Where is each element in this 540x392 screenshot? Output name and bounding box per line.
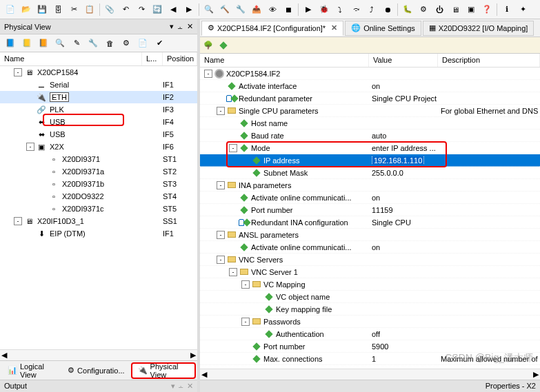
prop-value[interactable]: auto [369,132,438,140]
tool-4[interactable]: 🔍 [52,36,68,51]
tree-row-x20di9371b[interactable]: ▫X20DI9371bST3 [0,178,197,190]
help-button[interactable]: ❓ [479,2,494,17]
expand-icon[interactable]: - [217,181,225,189]
tool-5[interactable]: ✎ [69,36,84,51]
prop-value[interactable]: 11159 [369,206,438,214]
editor-tab[interactable]: 🌐Online Settings [345,21,421,36]
prop-row-port-number[interactable]: Port number5900 [200,340,540,353]
redo-button[interactable]: ↷ [134,2,149,17]
prop-row-authentication[interactable]: Authenticationoff [200,328,540,340]
prop-value[interactable]: on [369,243,438,251]
expand-icon[interactable]: - [241,318,250,326]
tree-row-x20di9371[interactable]: ▫X20DI9371ST1 [0,153,197,165]
monitor-button[interactable]: 👁 [265,2,280,17]
paste-button[interactable]: 📎 [102,2,117,17]
tree-row-serial[interactable]: ⚊SerialIF1 [0,79,197,91]
tree-row-x20cp1584[interactable]: -🖥X20CP1584 [0,66,197,79]
prop-value[interactable]: 1 [369,355,438,363]
tree-row-x20di9371c[interactable]: ▫X20DI9371cST5 [0,203,197,215]
tree-row-x20do9322[interactable]: ▫X20DO9322ST4 [0,190,197,203]
prop-row-ip-address[interactable]: IP address192.168.1.110 [200,154,540,167]
expand-icon[interactable]: - [204,70,212,78]
tool-6[interactable]: 🔧 [86,36,101,51]
tree-row-x2x[interactable]: -▣X2XIF6 [0,141,197,153]
step-over-button[interactable]: ⤼ [348,2,363,17]
prop-value[interactable]: on [369,194,438,202]
dropdown-icon[interactable]: ▾ [170,22,174,31]
expand-icon[interactable]: - [217,107,225,115]
close-icon[interactable]: ✕ [187,22,193,31]
nav-fwd-button[interactable]: ▶ [181,2,197,17]
tool-2[interactable]: 📒 [19,36,34,51]
prop-row-activate-online-communicati---[interactable]: Activate online communicati...on [200,192,540,204]
header-value[interactable]: Value [369,54,438,67]
prop-row-ina-parameters[interactable]: -INA parameters [200,179,540,192]
prop-row-port-number[interactable]: Port number11159 [200,204,540,216]
cpu-button[interactable]: 🖥 [448,2,463,17]
scroll-bar[interactable]: ◀▶ [0,349,197,360]
prop-row-ansl-parameters[interactable]: -ANSL parameters [200,229,540,241]
tool-7[interactable]: 🗑 [102,36,117,51]
tool-3[interactable]: 📙 [36,36,51,51]
build-button[interactable]: 🔨 [217,2,232,17]
expand-icon[interactable]: - [14,217,22,225]
tree-row-usb[interactable]: ⬌USBIF4 [0,116,197,128]
pin-icon[interactable]: ⫠ [177,23,184,31]
prop-row-baud-rate[interactable]: Baud rateauto [200,130,540,142]
tree-row-x20if10d3-1[interactable]: -🖥X20IF10D3_1SS1 [0,215,197,227]
prop-row-vnc-server-1[interactable]: -VNC Server 1 [200,266,540,278]
prop-row-activate-interface[interactable]: Activate interfaceon [200,80,540,92]
prop-value[interactable]: on [369,82,438,90]
tool-8[interactable]: ⚙ [119,36,134,51]
prop-row-redundant-ina-configuration[interactable]: Redundant INA configurationSingle CPU [200,216,540,229]
prop-row-passwords[interactable]: -Passwords [200,316,540,328]
step-in-button[interactable]: ⤵ [332,2,348,17]
expand-icon[interactable]: - [14,68,22,76]
tool-9[interactable]: 📄 [135,36,150,51]
undo-button[interactable]: ↶ [118,2,133,17]
prop-row-subnet-mask[interactable]: Subnet Mask255.0.0.0 [200,167,540,179]
expand-icon[interactable]: - [229,268,237,276]
prop-row-activate-online-communicati---[interactable]: Activate online communicati...on [200,241,540,254]
prop-row-x20cp1584-if2[interactable]: -X20CP1584.IF2 [200,68,540,80]
header-name[interactable]: Name [200,54,369,67]
tree-icon[interactable]: 🌳 [203,41,214,50]
prop-row-vnc-servers[interactable]: -VNC Servers [200,254,540,266]
bug-button[interactable]: 🐛 [400,2,415,17]
editor-tab[interactable]: ▦X20DO9322 [I/O Mapping] [423,21,534,36]
tab-configuratio---[interactable]: ⚙Configuratio... [61,362,130,379]
diamond-icon[interactable] [218,41,229,50]
tool-1[interactable]: 📘 [3,36,18,51]
prop-row-host-name[interactable]: Host name [200,117,540,130]
expand-icon[interactable]: - [229,144,237,152]
prop-row-vc-mapping[interactable]: -VC Mapping [200,278,540,291]
tab-logical-view[interactable]: 📊Logical View [1,362,61,379]
tree-row-eip--dtm-[interactable]: ⬇EIP (DTM)IF1 [0,227,197,240]
expand-icon[interactable]: - [217,256,225,264]
refresh-button[interactable]: 🔄 [150,2,165,17]
header-name[interactable]: Name [0,52,142,65]
settings-button[interactable]: ⚙ [416,2,431,17]
rebuild-button[interactable]: 🔧 [233,2,248,17]
save-button[interactable]: 💾 [34,2,50,17]
expand-icon[interactable]: - [217,231,225,239]
cut-button[interactable]: ✂ [66,2,81,17]
info-button[interactable]: ℹ [499,2,514,17]
tree-row-x20di9371a[interactable]: ▫X20DI9371aST2 [0,165,197,178]
hardware-tree[interactable]: -🖥X20CP1584⚊SerialIF1🔌ETHIF2🔗PLKIF3⬌USBI… [0,66,197,349]
expand-icon[interactable]: - [26,143,34,151]
prop-value[interactable]: 5900 [369,342,438,351]
new-file-button[interactable]: 📄 [3,2,18,17]
transfer-button[interactable]: 📤 [249,2,264,17]
run-button[interactable]: ▶ [301,2,316,17]
copy-button[interactable]: 📋 [82,2,97,17]
power-button[interactable]: ⏻ [432,2,447,17]
stop-button[interactable]: ⏹ [281,2,296,17]
prop-row-max--connections[interactable]: Max. connections1Maximum allowed number … [200,353,540,365]
editor-tab[interactable]: ⚙X20CP1584.IF2 [Configuration]*✕ [201,21,343,36]
save-all-button[interactable]: 🗄 [50,2,66,17]
ext-button[interactable]: ✦ [515,2,530,17]
scroll-bar-right[interactable]: ◀▶ [200,369,540,380]
tree-row-plk[interactable]: 🔗PLKIF3 [0,103,197,116]
expand-icon[interactable]: - [241,280,250,289]
